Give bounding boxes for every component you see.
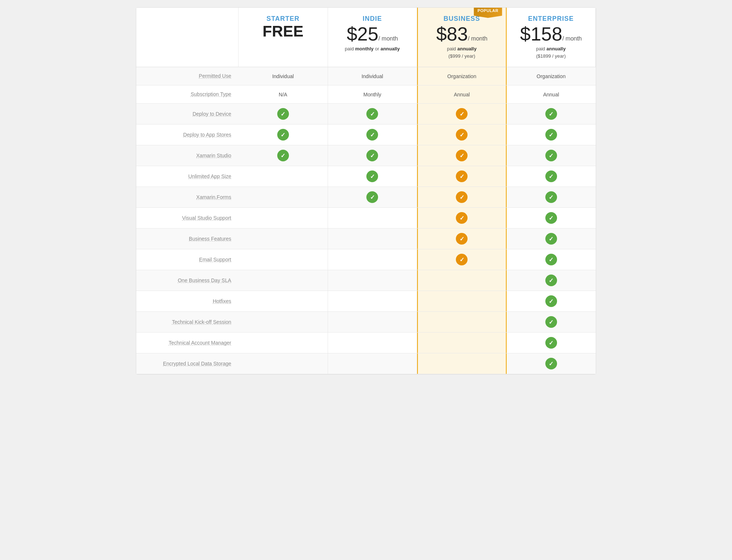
row-label: Technical Kick-off Session xyxy=(136,312,239,332)
check-icon xyxy=(545,254,557,265)
enterprise-cell xyxy=(507,145,596,166)
table-row: One Business Day SLA xyxy=(136,270,596,291)
check-icon xyxy=(456,191,468,203)
header-empty xyxy=(136,8,239,67)
check-icon xyxy=(456,233,468,245)
table-row: Xamarin.Forms xyxy=(136,187,596,208)
check-icon xyxy=(545,170,557,182)
check-icon xyxy=(277,108,289,120)
check-icon xyxy=(545,337,557,349)
enterprise-cell xyxy=(507,124,596,145)
business-price-amount: $83 xyxy=(436,23,468,45)
check-icon xyxy=(366,150,378,161)
business-cell xyxy=(417,270,507,291)
starter-cell xyxy=(239,353,328,374)
indie-period: / month xyxy=(378,35,398,42)
check-icon xyxy=(456,150,468,161)
enterprise-cell xyxy=(507,353,596,374)
indie-cell: Individual xyxy=(328,67,418,85)
check-icon xyxy=(545,191,557,203)
starter-price: FREE xyxy=(242,23,324,40)
enterprise-cell xyxy=(507,312,596,332)
check-icon xyxy=(545,129,557,141)
enterprise-cell xyxy=(507,166,596,187)
table-row: Xamarin Studio xyxy=(136,145,596,166)
row-label: Deploy to App Stores xyxy=(136,124,239,145)
starter-cell xyxy=(239,166,328,187)
starter-cell: N/A xyxy=(239,85,328,103)
row-label: Xamarin.Forms xyxy=(136,187,239,207)
table-row: Technical Account Manager xyxy=(136,333,596,353)
check-icon xyxy=(277,150,289,161)
indie-cell xyxy=(328,353,418,374)
indie-cell xyxy=(328,145,418,166)
table-row: Email Support xyxy=(136,249,596,270)
check-icon xyxy=(545,108,557,120)
indie-plan-name: INDIE xyxy=(332,15,413,23)
enterprise-cell: Annual xyxy=(507,85,596,103)
enterprise-cell xyxy=(507,249,596,270)
popular-badge: POPULAR xyxy=(474,7,502,18)
row-label: Visual Studio Support xyxy=(136,208,239,228)
table-row: Technical Kick-off Session xyxy=(136,312,596,333)
row-label: Deploy to Device xyxy=(136,104,239,124)
indie-cell xyxy=(328,208,418,228)
indie-price: $25/ month xyxy=(332,24,413,43)
check-icon xyxy=(277,129,289,141)
indie-cell xyxy=(328,291,418,311)
row-label: Encrypted Local Data Storage xyxy=(136,353,239,374)
indie-cell xyxy=(328,312,418,332)
starter-cell xyxy=(239,229,328,249)
indie-cell xyxy=(328,249,418,270)
business-cell: Organization xyxy=(417,67,507,85)
enterprise-cell: Organization xyxy=(507,67,596,85)
check-icon xyxy=(456,254,468,265)
indie-cell xyxy=(328,166,418,187)
starter-plan-name: STARTER xyxy=(242,15,324,23)
starter-cell xyxy=(239,249,328,270)
table-row: Visual Studio Support xyxy=(136,208,596,229)
business-cell xyxy=(417,166,507,187)
row-label: One Business Day SLA xyxy=(136,270,239,291)
table-row: Hotfixes xyxy=(136,291,596,312)
table-row: Deploy to Device xyxy=(136,104,596,124)
row-label: Technical Account Manager xyxy=(136,333,239,353)
business-cell xyxy=(417,291,507,311)
starter-cell xyxy=(239,187,328,207)
starter-cell xyxy=(239,333,328,353)
enterprise-plan-name: ENTERPRISE xyxy=(510,15,592,23)
check-icon xyxy=(545,233,557,245)
header-business: POPULAR BUSINESS $83/ month paid annuall… xyxy=(417,8,507,67)
indie-cell xyxy=(328,124,418,145)
check-icon xyxy=(366,191,378,203)
check-icon xyxy=(366,170,378,182)
enterprise-price: $158/ month xyxy=(510,24,592,43)
business-cell xyxy=(417,145,507,166)
indie-price-amount: $25 xyxy=(347,23,378,45)
header-starter: STARTER FREE xyxy=(239,8,328,67)
enterprise-cell xyxy=(507,208,596,228)
check-icon xyxy=(456,129,468,141)
table-row: Encrypted Local Data Storage xyxy=(136,353,596,374)
starter-cell xyxy=(239,104,328,124)
header-enterprise: ENTERPRISE $158/ month paid annually($18… xyxy=(507,8,596,67)
starter-cell xyxy=(239,124,328,145)
enterprise-cell xyxy=(507,291,596,311)
indie-cell xyxy=(328,104,418,124)
row-label: Unlimited App Size xyxy=(136,166,239,187)
indie-cell xyxy=(328,187,418,207)
header-indie: INDIE $25/ month paid monthly or annuall… xyxy=(328,8,418,67)
business-cell xyxy=(417,104,507,124)
business-cell: Annual xyxy=(417,85,507,103)
business-period: / month xyxy=(468,35,487,42)
check-icon xyxy=(545,358,557,369)
row-label: Business Features xyxy=(136,229,239,249)
enterprise-period: / month xyxy=(562,35,582,42)
starter-cell xyxy=(239,270,328,291)
check-icon xyxy=(545,150,557,161)
check-icon xyxy=(456,170,468,182)
table-row: Deploy to App Stores xyxy=(136,124,596,145)
indie-cell xyxy=(328,333,418,353)
row-label: Email Support xyxy=(136,249,239,270)
business-cell xyxy=(417,249,507,270)
